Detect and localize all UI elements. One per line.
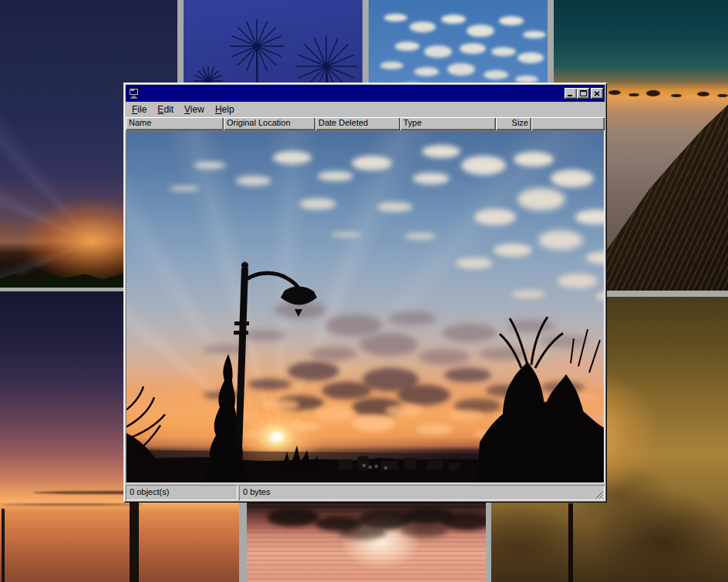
close-icon [594,91,600,96]
recycle-bin-window: File Edit View Help Name Original Locati… [123,82,607,503]
resize-grip[interactable] [594,489,604,500]
silhouette-layer [126,131,604,483]
column-header-original-location[interactable]: Original Location [224,117,315,130]
lamp-pole-blur [568,503,573,582]
column-header-name[interactable]: Name [126,117,224,130]
water-pole [2,509,5,582]
column-header-type[interactable]: Type [400,117,496,130]
status-bar: 0 object(s) 0 bytes [126,485,605,500]
titlebar[interactable] [126,85,605,102]
close-button[interactable] [591,88,603,99]
water-pole [130,501,139,582]
maximize-icon [580,90,587,96]
street-lamp-silhouette [234,262,317,450]
computer-monitor-icon [128,88,140,99]
right-trees-silhouette [477,317,604,483]
column-header-date-deleted[interactable]: Date Deleted [315,117,400,130]
street-lamp-sunset-photo [126,131,604,483]
left-bushes-silhouette [126,386,168,483]
menu-help[interactable]: Help [210,103,240,116]
menu-file[interactable]: File [126,103,152,116]
minimize-button[interactable] [565,88,577,99]
column-header-size[interactable]: Size [496,117,531,130]
cloud-puffs [369,0,392,8]
desktop: { "desktop": { "wallpaper_tiles": [ {"na… [0,0,728,582]
maximize-button[interactable] [577,88,589,99]
menu-view[interactable]: View [179,103,210,116]
island-silhouettes [554,0,565,3]
column-headers: Name Original Location Date Deleted Type… [126,117,605,130]
menu-bar: File Edit View Help [126,102,605,117]
horizon-cloud-streak [0,503,143,506]
menu-edit[interactable]: Edit [152,103,179,116]
column-header-filler [531,117,605,130]
status-size: 0 bytes [239,485,605,500]
status-object-count: 0 object(s) [126,485,238,500]
window-controls [565,88,603,99]
minimize-icon [568,91,574,96]
file-list-area[interactable] [126,130,605,483]
